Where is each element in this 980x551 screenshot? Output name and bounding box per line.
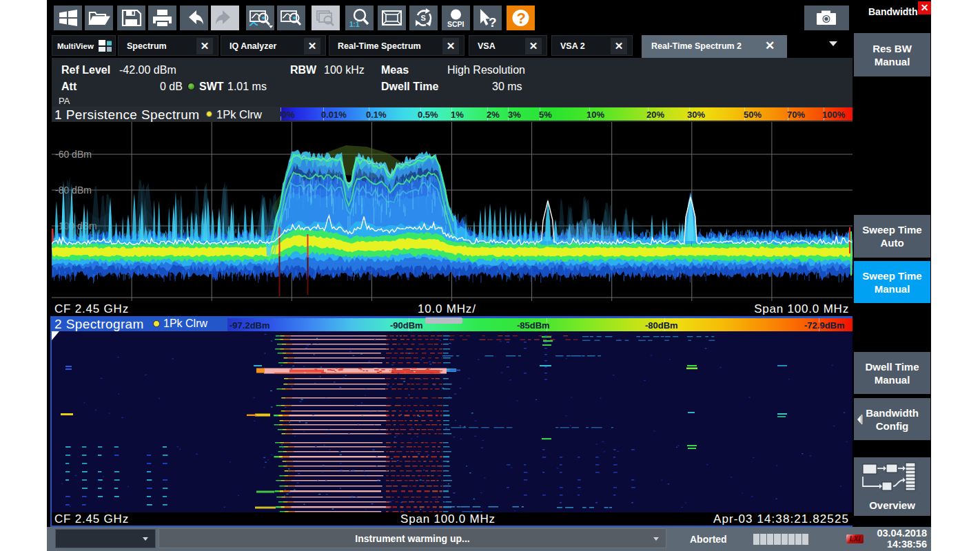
svg-text:?: ? [489, 15, 497, 30]
svg-text:-80 dBm: -80 dBm [55, 185, 92, 196]
svg-text:SCPI: SCPI [447, 20, 465, 28]
svg-text:-60 dBm: -60 dBm [55, 149, 92, 160]
svg-text:S: S [421, 14, 426, 22]
svg-text:1:1: 1:1 [349, 21, 360, 28]
svg-text:?: ? [517, 10, 526, 27]
